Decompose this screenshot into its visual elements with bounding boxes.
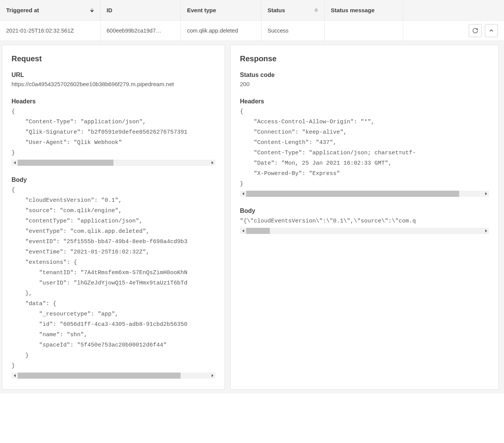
response-headers-code: { "Access-Control-Allow-Origin": "*", "C… [240, 106, 489, 189]
header-label: Status message [331, 7, 397, 13]
request-body-label: Body [11, 177, 215, 183]
scrollbar[interactable] [240, 191, 489, 197]
cell-id: 600eeb99b2ca19d7… [100, 21, 181, 41]
refresh-icon [472, 28, 478, 34]
header-status[interactable]: Status [261, 0, 325, 20]
response-title: Response [240, 54, 489, 63]
sort-icon[interactable] [90, 8, 94, 12]
response-body-code: "{\"cloudEventsVersion\":\"0.1\",\"sourc… [240, 216, 489, 226]
request-headers-code: { "Content-Type": "application/json", "Q… [11, 106, 215, 158]
header-id[interactable]: ID [100, 0, 181, 20]
status-code-label: Status code [240, 72, 489, 78]
request-title: Request [11, 54, 215, 63]
header-label: Event type [187, 7, 255, 13]
collapse-button[interactable] [485, 24, 498, 37]
header-label: Status [268, 7, 314, 13]
status-code-value: 200 [240, 81, 489, 87]
response-headers-label: Headers [240, 98, 489, 105]
cell-status-message [325, 21, 403, 41]
scroll-left-icon[interactable] [11, 160, 18, 166]
response-panel: Response Status code 200 Headers { "Acce… [230, 45, 499, 390]
table-header-row: Triggered at ID Event type Status Status… [0, 0, 504, 21]
header-label: ID [107, 7, 174, 13]
scrollbar[interactable] [11, 373, 215, 379]
request-panel: Request URL https://c0a4954325702602bee1… [2, 45, 225, 390]
header-label: Triggered at [6, 7, 90, 13]
sort-icon[interactable] [314, 8, 318, 12]
chevron-up-icon [488, 28, 494, 34]
scrollbar[interactable] [240, 228, 489, 234]
scroll-left-icon[interactable] [11, 373, 18, 379]
table-row[interactable]: 2021-01-25T16:02:32.561Z 600eeb99b2ca19d… [0, 21, 504, 41]
header-triggered-at[interactable]: Triggered at [0, 0, 100, 20]
cell-actions [403, 21, 504, 41]
scroll-right-icon[interactable] [209, 160, 215, 166]
header-actions [403, 0, 504, 20]
response-body-label: Body [240, 208, 489, 214]
retry-button[interactable] [469, 24, 482, 37]
details-container: Request URL https://c0a4954325702602bee1… [0, 41, 504, 394]
url-label: URL [11, 72, 215, 78]
cell-event-type: com.qlik.app.deleted [181, 21, 261, 41]
scroll-left-icon[interactable] [240, 191, 246, 197]
header-event-type[interactable]: Event type [181, 0, 261, 20]
scroll-left-icon[interactable] [240, 228, 246, 234]
scroll-right-icon[interactable] [483, 228, 489, 234]
scroll-right-icon[interactable] [209, 373, 215, 379]
scrollbar[interactable] [11, 160, 215, 166]
request-body-code: { "cloudEventsVersion": "0.1", "source":… [11, 185, 215, 371]
cell-triggered-at: 2021-01-25T16:02:32.561Z [0, 21, 100, 41]
cell-status: Success [261, 21, 325, 41]
scroll-right-icon[interactable] [483, 191, 489, 197]
header-status-message[interactable]: Status message [325, 0, 403, 20]
request-headers-label: Headers [11, 98, 215, 105]
url-value: https://c0a4954325702602bee10b38b696f279… [11, 81, 215, 87]
deliveries-table: Triggered at ID Event type Status Status… [0, 0, 504, 41]
